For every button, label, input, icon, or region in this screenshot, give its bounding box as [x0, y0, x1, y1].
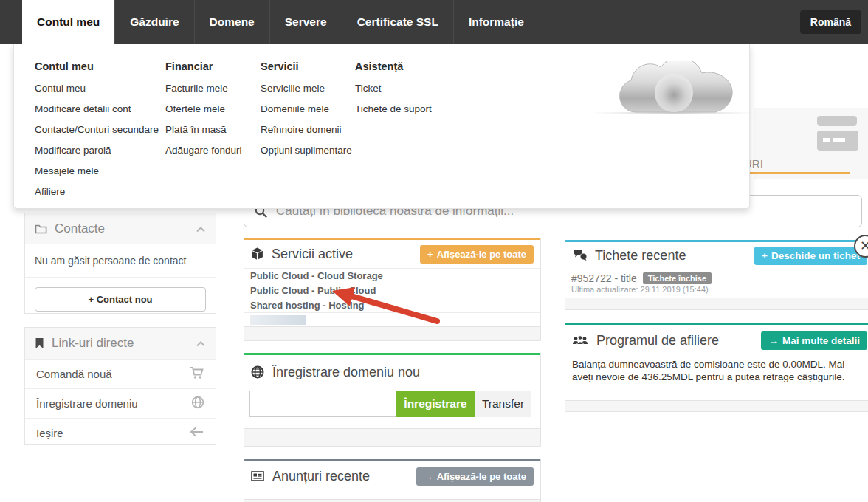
show-all-announcements-button[interactable]: →Afișează-le pe toate [416, 467, 534, 486]
service-row[interactable]: Shared hosting - Hosting [244, 298, 540, 312]
menu-item[interactable]: Opțiuni suplimentare [261, 145, 352, 156]
service-row-redacted [244, 312, 540, 326]
register-domain-button[interactable]: Înregistrare [396, 391, 475, 417]
open-ticket-button[interactable]: +Deschide un tichet [754, 247, 867, 265]
newspaper-icon [251, 471, 264, 481]
dropdown-section-title: Asistență [355, 61, 432, 72]
plus-icon: + [88, 294, 94, 305]
ticket-status-badge: Tichete închise [643, 272, 712, 284]
panel-footer [565, 298, 868, 309]
cube-icon [251, 247, 264, 261]
contacts-empty-text: Nu am găsit persoane de contact [25, 244, 216, 278]
credit-card-icon [817, 131, 858, 151]
active-services-panel: Servicii active +Afișează-le pe toate Pu… [244, 238, 541, 341]
menu-item[interactable]: Tichete de suport [355, 103, 432, 114]
menu-item[interactable]: Modificare parolă [35, 145, 159, 156]
recent-tickets-panel: Tichete recente +Deschide un tichet #952… [565, 240, 868, 310]
affiliate-panel: Programul de afiliere →Mai multe detalii… [565, 323, 868, 412]
plus-icon: + [427, 249, 433, 260]
chevron-up-icon [196, 336, 206, 351]
menu-item[interactable]: Mesajele mele [35, 165, 159, 176]
menu-item[interactable]: Facturile mele [165, 83, 242, 94]
menu-item[interactable]: Contul meu [35, 83, 159, 94]
menu-item[interactable]: Afiliere [35, 186, 159, 197]
background-divider [763, 94, 868, 94]
domain-search-input[interactable] [249, 391, 396, 417]
panel-title: Anunțuri recente [272, 469, 370, 484]
nav-tab-servere[interactable]: Servere [269, 0, 342, 44]
panel-footer [565, 400, 868, 411]
quick-links-panel-header[interactable]: Link-uri directe [25, 328, 216, 359]
quick-links-panel: Link-uri directe Comandă nouă Înregistra… [24, 327, 216, 445]
affiliate-balance-text: Balanța dumneavoastră de comisioane este… [565, 356, 868, 383]
panel-footer [244, 428, 540, 446]
nav-tab-informatie[interactable]: Informație [453, 0, 539, 44]
nav-tab-domene[interactable]: Domene [194, 0, 269, 44]
active-tab-underline [747, 172, 850, 174]
plus-icon: + [762, 250, 768, 261]
redacted-text [250, 315, 306, 325]
ticket-title: #952722 - title [571, 272, 637, 284]
ticket-row[interactable]: #952722 - title Tichete închise Ultima a… [565, 269, 868, 296]
dropdown-section-title: Financiar [165, 61, 242, 72]
arrow-left-icon [190, 427, 204, 439]
menu-item[interactable]: Ofertele mele [165, 103, 242, 114]
service-row[interactable]: Public Cloud - Public Cloud [244, 283, 540, 298]
nav-tab-certificate-ssl[interactable]: Certificate SSL [342, 0, 453, 44]
menu-item[interactable]: Serviciile mele [261, 83, 352, 94]
quick-links-panel-title: Link-uri directe [52, 336, 134, 351]
contacts-panel-title: Contacte [55, 221, 105, 236]
globe-icon [191, 396, 204, 411]
dropdown-section-title: Contul meu [35, 61, 159, 72]
domain-register-panel: Înregistrare domeniu nou Înregistrare Tr… [244, 353, 541, 447]
globe-icon [251, 365, 264, 379]
menu-item[interactable]: Plată în masă [165, 124, 242, 135]
new-contact-button[interactable]: + Contact nou [35, 287, 206, 312]
panel-title: Programul de afiliere [596, 333, 719, 348]
credit-card-icon [817, 116, 857, 126]
menu-item[interactable]: Reînnoire domenii [261, 124, 352, 135]
contacts-panel-header[interactable]: Contacte [25, 213, 216, 244]
folder-icon [35, 224, 47, 234]
panel-footer [244, 326, 540, 340]
menu-item[interactable]: Modificare detalii cont [35, 103, 159, 114]
bookmark-icon [35, 337, 44, 349]
language-button[interactable]: Română [800, 10, 861, 34]
account-dropdown-menu: Contul meu Contul meu Modificare detalii… [13, 44, 750, 209]
users-icon [572, 335, 588, 346]
top-navbar: Contul meu Găzduire Domene Servere Certi… [0, 0, 868, 44]
panel-title: Tichete recente [595, 248, 686, 264]
panel-title: Servicii active [272, 247, 353, 262]
cart-icon [190, 366, 204, 382]
panel-footer [244, 499, 540, 502]
menu-item[interactable]: Domeniile mele [261, 103, 352, 114]
arrow-right-icon: → [424, 471, 433, 482]
transfer-domain-button[interactable]: Transfer [475, 391, 531, 417]
affiliate-details-button[interactable]: →Mai multe detalii [761, 331, 867, 350]
sidebar-item-register-domain[interactable]: Înregistrare domeniu [25, 388, 216, 418]
panel-title: Înregistrare domeniu nou [272, 365, 420, 380]
arrow-right-icon: → [768, 335, 779, 346]
show-all-services-button[interactable]: +Afișează-le pe toate [420, 245, 534, 264]
credit-card-widget [754, 108, 868, 179]
dropdown-section-title: Servicii [261, 61, 352, 72]
ticket-updated: Ultima actualizare: 29.11.2019 (15:44) [571, 285, 868, 294]
cloud-logo [613, 61, 733, 114]
chevron-up-icon [196, 221, 206, 236]
comments-icon [572, 250, 587, 261]
announcements-panel: Anunțuri recente →Afișează-le pe toate [244, 459, 541, 502]
nav-tab-contul-meu[interactable]: Contul meu [22, 0, 114, 44]
nav-tab-gazduire[interactable]: Găzduire [114, 0, 193, 44]
menu-item[interactable]: Adăugare fonduri [165, 145, 242, 156]
service-row[interactable]: Public Cloud - Cloud Storage [244, 268, 540, 283]
menu-item[interactable]: Contacte/Conturi secundare [35, 124, 159, 135]
sidebar-item-logout[interactable]: Ieșire [25, 418, 216, 447]
menu-item[interactable]: Ticket [355, 83, 432, 94]
sidebar-item-new-order[interactable]: Comandă nouă [25, 359, 216, 388]
contacts-panel: Contacte Nu am găsit persoane de contact… [24, 213, 216, 314]
